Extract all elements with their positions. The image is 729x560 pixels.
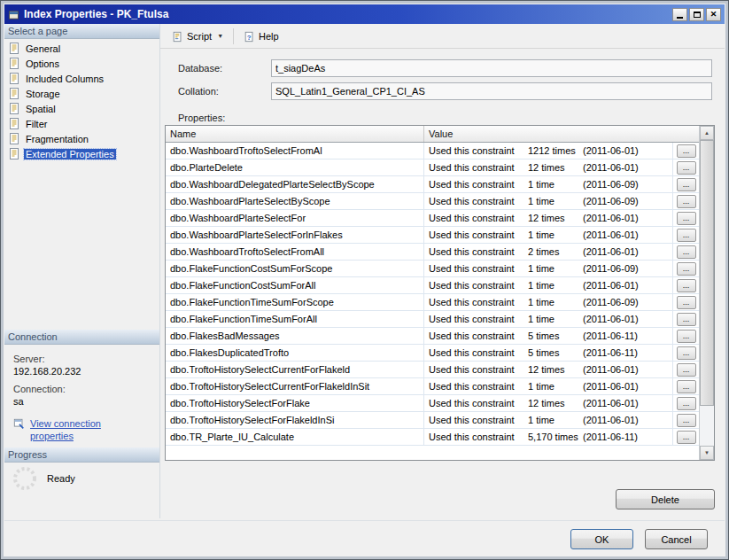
- ellipsis-button[interactable]: ...: [677, 313, 696, 326]
- property-name-cell: dbo.FlakeFunctionCostSumForAll: [166, 277, 424, 293]
- progress-spinner-icon: [12, 465, 38, 492]
- ellipsis-button[interactable]: ...: [677, 363, 696, 377]
- database-input[interactable]: [271, 59, 712, 77]
- usage-date: (2011-06-01): [583, 381, 639, 394]
- ellipsis-button[interactable]: ...: [677, 397, 696, 410]
- property-name-cell: dbo.TroftoHistorySelectCurrentForFlakeld: [166, 362, 424, 377]
- ellipsis-button[interactable]: ...: [677, 279, 696, 292]
- ellipsis-button[interactable]: ...: [677, 144, 696, 158]
- ellipsis-button[interactable]: ...: [677, 346, 696, 360]
- table-row[interactable]: dbo.TR_Plarte_IU_Calculate Used this con…: [166, 429, 699, 446]
- table-row[interactable]: dbo.WashboardPlarteSelectByScope Used th…: [166, 193, 699, 210]
- ellipsis-button[interactable]: ...: [677, 195, 696, 208]
- minimize-button[interactable]: [672, 8, 687, 21]
- property-name-cell: dbo.WashboardPlarteSelectByScope: [166, 193, 424, 209]
- column-header-name[interactable]: Name: [166, 126, 424, 142]
- help-button[interactable]: ? Help: [237, 27, 285, 44]
- usage-text: Used this constraint: [429, 415, 528, 428]
- ellipsis-cell: ...: [672, 227, 699, 243]
- usage-date: (2011-06-09): [583, 196, 639, 209]
- table-row[interactable]: dbo.WashboardPlarteSelectForInFlakes Use…: [166, 227, 699, 244]
- view-connection-properties-link[interactable]: View connection properties: [30, 417, 119, 442]
- sidebar-page-item[interactable]: Filter: [4, 116, 159, 131]
- usage-date: (2011-06-01): [583, 314, 639, 327]
- sidebar-page-item[interactable]: Spatial: [4, 101, 159, 116]
- property-value-cell: Used this constraint 12 times (2011-06-0…: [424, 159, 672, 175]
- usage-count: 1 time: [528, 280, 583, 293]
- sidebar-page-item[interactable]: General: [4, 41, 159, 56]
- scroll-up-button[interactable]: ▲: [700, 126, 714, 140]
- scroll-down-button[interactable]: ▼: [700, 446, 714, 460]
- close-button[interactable]: ✕: [706, 8, 721, 21]
- sidebar-page-item[interactable]: Fragmentation: [4, 131, 159, 146]
- page-icon: [9, 43, 20, 54]
- ellipsis-button[interactable]: ...: [677, 212, 696, 225]
- connection-label: Connection:: [13, 384, 156, 394]
- property-name-cell: dbo.TroftoHistorySelectForFlakeldInSi: [166, 412, 424, 428]
- sidebar-page-item[interactable]: Included Columns: [4, 71, 159, 86]
- usage-text: Used this constraint: [429, 246, 528, 260]
- table-row[interactable]: dbo.TroftoHistorySelectCurrentForFlakeld…: [166, 378, 699, 395]
- ellipsis-button[interactable]: ...: [677, 296, 696, 309]
- cancel-button[interactable]: Cancel: [645, 529, 708, 549]
- maximize-button[interactable]: [689, 8, 704, 21]
- script-button-label: Script: [187, 31, 212, 42]
- ellipsis-button[interactable]: ...: [677, 431, 696, 444]
- ellipsis-button[interactable]: ...: [677, 245, 696, 259]
- ellipsis-button[interactable]: ...: [677, 178, 696, 191]
- table-row[interactable]: dbo.PlarteDelete Used this constraint 12…: [166, 159, 699, 176]
- page-icon: [9, 73, 20, 84]
- usage-text: Used this constraint: [429, 179, 528, 192]
- grid-header: Name Value: [166, 126, 699, 143]
- property-value-cell: Used this constraint 12 times (2011-06-0…: [424, 210, 672, 226]
- usage-text: Used this constraint: [429, 162, 528, 175]
- titlebar[interactable]: Index Properties - PK_Ftulsa ✕: [4, 4, 725, 24]
- usage-count: 1 time: [528, 229, 583, 243]
- ellipsis-cell: ...: [672, 143, 699, 159]
- table-row[interactable]: dbo.TroftoHistorySelectForFlake Used thi…: [166, 395, 699, 412]
- usage-count: 1 time: [528, 381, 583, 394]
- table-row[interactable]: dbo.FlakeFunctionTimeSumForAll Used this…: [166, 311, 699, 328]
- property-value-cell: Used this constraint 1 time (2011-06-09): [424, 261, 672, 276]
- table-row[interactable]: dbo.FlakeFunctionCostSumForScope Used th…: [166, 261, 699, 277]
- table-row[interactable]: dbo.TroftoHistorySelectCurrentForFlakeld…: [166, 362, 699, 378]
- scrollbar-thumb[interactable]: [700, 140, 714, 406]
- table-row[interactable]: dbo.FlakesBadMessages Used this constrai…: [166, 328, 699, 345]
- grid-inner: Name Value dbo.WashboardTroftoSelectFrom…: [166, 126, 699, 460]
- usage-date: (2011-06-01): [583, 364, 639, 377]
- ellipsis-button[interactable]: ...: [677, 330, 696, 343]
- property-value-cell: Used this constraint 1 time (2011-06-01): [424, 311, 672, 327]
- window-title: Index Properties - PK_Ftulsa: [24, 8, 668, 20]
- help-icon: ?: [244, 30, 255, 42]
- script-button[interactable]: Script ▼: [166, 27, 229, 44]
- sidebar-page-item[interactable]: Storage: [4, 86, 159, 101]
- usage-count: 5 times: [528, 347, 583, 361]
- table-row[interactable]: dbo.FlakesDuplicatedTrofto Used this con…: [166, 345, 699, 362]
- delete-button[interactable]: Delete: [616, 489, 715, 509]
- ellipsis-button[interactable]: ...: [677, 229, 696, 242]
- toolbar: Script ▼ ? Help: [160, 24, 725, 49]
- ellipsis-button[interactable]: ...: [677, 161, 696, 175]
- sidebar-page-item[interactable]: Options: [4, 56, 159, 71]
- vertical-scrollbar[interactable]: ▲ ▼: [699, 126, 714, 460]
- table-row[interactable]: dbo.WashboardTroftoSelectFromAl Used thi…: [166, 143, 699, 159]
- table-row[interactable]: dbo.WashboardTroftoSelectFromAll Used th…: [166, 244, 699, 261]
- table-row[interactable]: dbo.FlakeFunctionCostSumForAll Used this…: [166, 277, 699, 294]
- ellipsis-button[interactable]: ...: [677, 380, 696, 393]
- table-row[interactable]: dbo.WashboardPlarteSelectFor Used this c…: [166, 210, 699, 227]
- ellipsis-button[interactable]: ...: [677, 262, 696, 276]
- usage-text: Used this constraint: [429, 196, 528, 209]
- usage-date: (2011-06-01): [583, 415, 639, 428]
- collation-input[interactable]: [271, 82, 712, 100]
- sidebar-page-item[interactable]: Extended Properties: [4, 146, 159, 161]
- page-icon: [9, 118, 20, 129]
- table-row[interactable]: dbo.FlakeFunctionTimeSumForScope Used th…: [166, 294, 699, 311]
- select-page-header: Select a page: [4, 24, 159, 39]
- ok-button[interactable]: OK: [570, 529, 633, 549]
- table-row[interactable]: dbo.TroftoHistorySelectForFlakeldInSi Us…: [166, 412, 699, 429]
- ellipsis-button[interactable]: ...: [677, 414, 696, 427]
- table-row[interactable]: dbo.WashboardDelegatedPlarteSelectByScop…: [166, 176, 699, 193]
- page-icon: [9, 58, 20, 69]
- column-header-value[interactable]: Value: [424, 126, 699, 142]
- usage-text: Used this constraint: [429, 145, 528, 159]
